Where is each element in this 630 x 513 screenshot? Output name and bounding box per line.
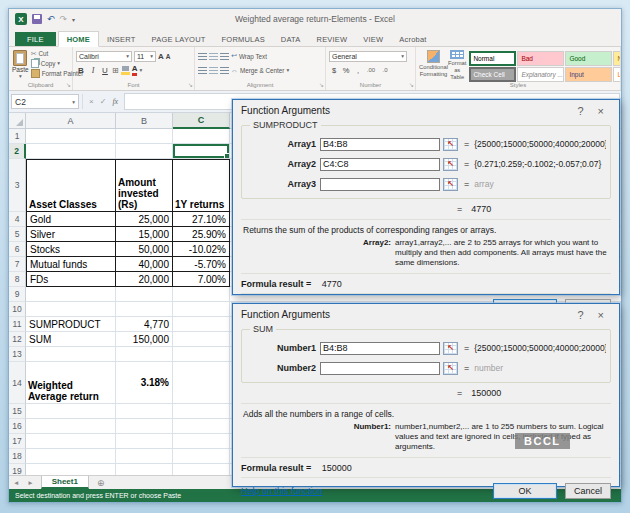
cell-C17[interactable] [173,434,230,449]
cell-B13[interactable] [116,347,173,362]
dialog-title-bar[interactable]: Function Arguments ? × [233,100,619,121]
style-explanatory[interactable]: Explanatory ... [517,67,564,82]
cell-C18[interactable] [173,449,230,464]
conditional-formatting-button[interactable]: Conditional Formatting [419,49,448,81]
cell-B7[interactable]: 40,000 [116,257,173,272]
tab-review[interactable]: REVIEW [309,32,356,46]
style-linked-cell[interactable]: Linked Cell [613,67,621,82]
cell-A19[interactable] [26,464,116,475]
cell-A10[interactable] [26,302,116,317]
row-header-5[interactable]: 5 [9,227,26,242]
bold-button[interactable]: B [76,66,86,75]
cell-C3[interactable]: 1Y returns [173,159,230,212]
tab-formulas[interactable]: FORMULAS [214,32,273,46]
number1-range-selector-button[interactable]: ↖ [443,342,458,355]
font-color-button[interactable]: A [132,65,138,76]
cell-C2[interactable] [173,144,230,159]
cell-A3[interactable]: Asset Classes [26,159,116,212]
sheet-nav-icons[interactable]: ◄ ► [9,479,41,486]
row-header-17[interactable]: 17 [9,434,26,449]
font-name-combo[interactable]: Calibri ▾ [76,51,132,62]
cell-A17[interactable] [26,434,116,449]
increase-decimal-button[interactable]: .00 [365,67,377,73]
wrap-text-button[interactable]: Wrap Text [239,53,267,60]
cell-B15[interactable] [116,404,173,419]
cell-A2[interactable] [26,144,116,159]
cell-A18[interactable] [26,449,116,464]
cell-A9[interactable] [26,287,116,302]
row-header-13[interactable]: 13 [9,347,26,362]
cell-A5[interactable]: Silver [26,227,116,242]
cell-B2[interactable] [116,144,173,159]
style-input[interactable]: Input [565,67,612,82]
alignment-dialog-launcher-icon[interactable]: ↘ [319,81,324,90]
cell-C7[interactable]: -5.70% [173,257,230,272]
enter-entry-icon[interactable]: ✓ [100,97,107,106]
select-all-corner[interactable] [9,113,26,129]
row-header-6[interactable]: 6 [9,242,26,257]
merge-center-button[interactable]: Merge & Center [240,67,284,74]
number2-input[interactable] [320,362,440,375]
cell-C15[interactable] [173,404,230,419]
row-header-19[interactable]: 19 [9,464,26,475]
cell-B12[interactable]: 150,000 [116,332,173,347]
sheet-tab-sheet1[interactable]: Sheet1 [41,476,89,489]
tab-data[interactable]: DATA [273,32,309,46]
row-header-4[interactable]: 4 [9,212,26,227]
row-header-16[interactable]: 16 [9,419,26,434]
cell-C19[interactable] [173,464,230,475]
row-header-7[interactable]: 7 [9,257,26,272]
cell-C8[interactable]: 7.00% [173,272,230,287]
tab-acrobat[interactable]: Acrobat [391,32,434,46]
cell-A1[interactable] [26,129,116,144]
align-middle-button[interactable] [209,53,218,60]
cell-A13[interactable] [26,347,116,362]
number-format-combo[interactable]: General ▾ [329,51,407,62]
array2-range-selector-button[interactable]: ↖ [443,158,458,171]
number2-range-selector-button[interactable]: ↖ [443,362,458,375]
cell-B4[interactable]: 25,000 [116,212,173,227]
cell-C12[interactable] [173,332,230,347]
cancel-entry-icon[interactable]: × [89,97,94,106]
decrease-decimal-button[interactable]: .0 [379,67,391,73]
cell-B18[interactable] [116,449,173,464]
font-size-combo[interactable]: 11 ▾ [134,51,156,62]
borders-button[interactable]: ⊞ [112,66,119,75]
style-check-cell[interactable]: Check Cell [469,67,516,82]
cell-B10[interactable] [116,302,173,317]
cell-A4[interactable]: Gold [26,212,116,227]
row-header-18[interactable]: 18 [9,449,26,464]
cell-B19[interactable] [116,464,173,475]
increase-font-button[interactable]: A [158,52,164,61]
row-header-10[interactable]: 10 [9,302,26,317]
cell-C6[interactable]: -10.02% [173,242,230,257]
cancel-button[interactable]: Cancel [565,483,611,499]
cell-C9[interactable] [173,287,230,302]
cell-B3[interactable]: Amount invested (Rs) [116,159,173,212]
style-normal[interactable]: Normal [469,51,516,66]
tab-page-layout[interactable]: PAGE LAYOUT [144,32,214,46]
insert-function-button[interactable]: fx [112,97,118,106]
row-header-2[interactable]: 2 [9,144,26,159]
array1-input[interactable] [320,138,440,151]
row-header-1[interactable]: 1 [9,129,26,144]
close-icon[interactable]: × [591,102,611,120]
cell-C11[interactable] [173,317,230,332]
ok-button[interactable]: OK [493,483,557,499]
number1-input[interactable] [320,342,440,355]
row-header-11[interactable]: 11 [9,317,26,332]
tab-home[interactable]: HOME [58,31,99,47]
cell-B11[interactable]: 4,770 [116,317,173,332]
underline-button[interactable]: U [100,66,110,75]
align-left-button[interactable] [198,67,207,74]
align-top-button[interactable] [198,53,207,60]
font-dialog-launcher-icon[interactable]: ↘ [188,81,193,90]
name-box[interactable]: C2 ▾ [11,94,79,109]
col-header-a[interactable]: A [26,113,116,129]
cell-A15[interactable] [26,404,116,419]
comma-button[interactable]: , [353,66,363,75]
cell-A14[interactable]: Weighted Average return [26,362,116,404]
help-on-function-link[interactable]: Help on this function [241,486,493,496]
cell-B5[interactable]: 15,000 [116,227,173,242]
row-header-8[interactable]: 8 [9,272,26,287]
